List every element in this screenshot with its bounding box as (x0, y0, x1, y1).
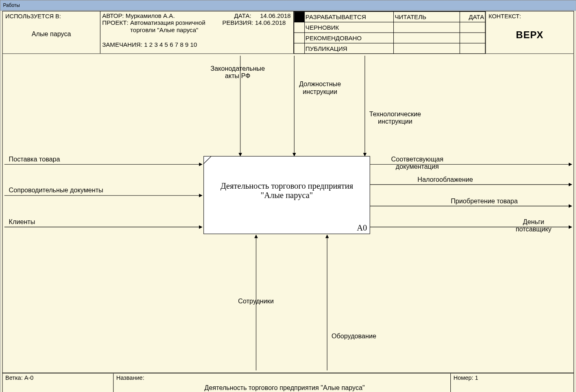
activity-title-l1: Деятельность торгового предприятия (204, 181, 369, 191)
date-value: 14.06.2018 (251, 12, 291, 19)
status-draft: ЧЕРНОВИК (304, 22, 394, 33)
header-date-label: ДАТА (460, 12, 485, 22)
footer-title-value: Деятельность торгового предприятия "Алые… (116, 384, 453, 391)
control-law: Законодательные акты РФ (210, 64, 265, 79)
footer-node-value: A-0 (24, 375, 34, 381)
project-label: ПРОЕКТ: (102, 19, 129, 33)
idef0-window: Работы ИСПОЛЬЗУЕТСЯ В: Алые паруса АВТОР… (0, 0, 576, 392)
author-value: Муркамилов А.А. (126, 12, 175, 19)
control-job: Должностные инструкции (299, 80, 341, 95)
output-purchase: Приобретение товара (451, 197, 518, 205)
status-marker-working (294, 12, 304, 22)
footer-number-label: Номер: (454, 375, 473, 381)
rev-label: РЕВИЗИЯ: (222, 19, 253, 33)
status-publication: ПУБЛИКАЦИЯ (304, 43, 394, 54)
reader-label: ЧИТАТЕЛЬ (394, 12, 460, 22)
diagram-footer: Ветка: A-0 Название: Деятельность торгов… (2, 373, 574, 392)
output-money: Деньги потсавщику (516, 218, 552, 233)
output-tax: Налогооблажение (417, 176, 473, 183)
activity-title-l2: "Алые паруса" (204, 191, 369, 200)
input-supply: Поставка товара (9, 155, 60, 163)
diagram-canvas: Деятельность торгового предприятия "Алые… (2, 54, 574, 373)
output-doc: Соответсвующая документация (391, 155, 443, 170)
project-value: Автоматизация розничной торговли "Алые п… (130, 19, 222, 33)
status-recommended: РЕКОМЕНДОВАНО (304, 33, 394, 43)
window-titlebar: Работы (0, 0, 576, 11)
input-docs: Сопроводительные документы (9, 186, 103, 194)
rev-value: 14.06.2018 (255, 19, 286, 33)
control-tech: Технологические инструкции (369, 110, 421, 125)
status-grid: РАЗРАБАТЫВАЕТСЯ ЧИТАТЕЛЬ ДАТА ЧЕРНОВИК Р… (294, 11, 485, 54)
mechanism-equip: Оборудование (332, 332, 376, 340)
diagram-header: ИСПОЛЬЗУЕТСЯ В: Алые паруса АВТОР: Мурка… (2, 11, 574, 54)
svg-line-12 (203, 156, 211, 164)
remarks-value: 1 2 3 4 5 6 7 8 9 10 (144, 41, 197, 48)
footer-node-label: Ветка: (5, 375, 23, 381)
date-label: ДАТА: (234, 12, 251, 19)
status-working: РАЗРАБАТЫВАЕТСЯ (304, 12, 394, 22)
footer-number-value: 1 (475, 375, 478, 381)
author-label: АВТОР: (102, 12, 124, 19)
used-in-label: ИСПОЛЬЗУЕТСЯ В: (5, 13, 97, 20)
context-value: ВЕРХ (489, 29, 571, 41)
used-in-value: Алые паруса (5, 30, 97, 37)
footer-title-label: Название: (116, 375, 144, 381)
remarks-label: ЗАМЕЧАНИЯ: (102, 41, 142, 48)
window-title: Работы (3, 2, 20, 8)
context-label: КОНТЕКСТ: (489, 13, 571, 20)
mechanism-staff: Сотрудники (238, 297, 274, 305)
input-clients: Клиенты (9, 218, 35, 225)
activity-node: A0 (357, 223, 367, 233)
activity-block: Деятельность торгового предприятия "Алые… (203, 156, 370, 234)
